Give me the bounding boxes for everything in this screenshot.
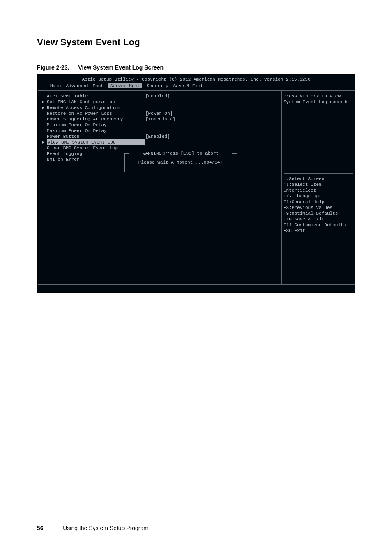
option-row[interactable]: Clear BMC System Event Log (40, 145, 279, 151)
popup-body: Please Wait A Moment ...004/047 (127, 160, 234, 165)
option-row[interactable]: Minimum Power On Delay- (40, 122, 279, 128)
svg-marker-1 (42, 107, 44, 109)
option-label: Remote Access Configuration (47, 105, 145, 111)
option-row[interactable]: Remote Access Configuration (40, 105, 279, 111)
submenu-caret-icon (40, 105, 46, 111)
option-row[interactable]: View BMC System Event Log (40, 139, 279, 145)
key-binding: +/-:Change Opt. (284, 193, 353, 199)
figure-caption: Figure 2-23. View System Event Log Scree… (37, 64, 355, 71)
bios-screenshot: Aptio Setup Utility - Copyright (C) 2012… (37, 74, 355, 293)
svg-marker-2 (42, 141, 44, 144)
page-footer: 56 | Using the System Setup Program (37, 525, 355, 531)
bios-context-help: Press <Enter> to view System Event Log r… (284, 93, 353, 172)
menu-tab-security[interactable]: Security (147, 83, 168, 88)
option-value: - (145, 128, 148, 134)
option-label: Power Staggering AC Recovery (47, 116, 145, 122)
key-binding: F10:Save & Exit (284, 216, 353, 222)
option-value: [Enabled] (145, 134, 170, 139)
key-binding: Enter:Select (284, 188, 353, 193)
bios-modal-popup: WARNING:Press [ESC] to abort Please Wait… (124, 153, 237, 172)
option-row[interactable]: Restore on AC Power Loss[Power On] (40, 111, 279, 116)
caret-placeholder (40, 151, 46, 157)
key-binding: ESC:Exit (284, 228, 353, 234)
option-row[interactable]: Power Staggering AC Recovery[Immediate] (40, 116, 279, 122)
bios-menu-bar: MainAdvancedBootServer MgmtSecuritySave … (41, 82, 351, 90)
option-label: Minimum Power On Delay (47, 122, 145, 128)
option-label: Restore on AC Power Loss (47, 111, 145, 116)
option-value: [Immediate] (145, 116, 175, 122)
option-value: [Power On] (145, 111, 173, 116)
bios-footer-strip (38, 285, 355, 292)
option-value: - (145, 122, 148, 128)
option-row[interactable]: Maximum Power On Delay- (40, 128, 279, 134)
bios-key-bindings: ↔:Select Screen↑↓:Select ItemEnter:Selec… (284, 176, 353, 234)
option-value: [Enabled] (145, 93, 170, 99)
option-row[interactable]: ACPI SPMI Table[Enabled] (40, 93, 279, 99)
menu-tab-save-exit[interactable]: Save & Exit (173, 83, 203, 88)
caret-placeholder (40, 157, 46, 162)
figure-number: Figure 2-23. (37, 64, 69, 71)
submenu-caret-icon (40, 139, 46, 145)
caret-placeholder (40, 116, 46, 122)
bios-options-pane: ACPI SPMI Table[Enabled]Set BMC LAN Conf… (38, 91, 281, 284)
option-label: View BMC System Event Log (47, 139, 145, 145)
option-label: Set BMC LAN Configuration (47, 99, 145, 105)
menu-tab-main[interactable]: Main (50, 83, 61, 88)
menu-tab-advanced[interactable]: Advanced (66, 83, 88, 88)
menu-tab-boot[interactable]: Boot (92, 83, 103, 88)
key-binding: ↔:Select Screen (284, 176, 353, 182)
popup-title: WARNING:Press [ESC] to abort (129, 151, 232, 156)
caret-placeholder (40, 93, 46, 99)
help-divider (284, 173, 353, 174)
chapter-title: Using the System Setup Program (63, 525, 148, 531)
option-row[interactable]: Power Button[Enabled] (40, 134, 279, 139)
option-label: Power Button (47, 134, 145, 139)
bios-title-bar: Aptio Setup Utility - Copyright (C) 2012… (41, 76, 351, 82)
key-binding: F9:Optimial Defaults (284, 211, 353, 216)
key-binding: F8:Previous Values (284, 205, 353, 211)
submenu-caret-icon (40, 99, 46, 105)
menu-tab-server-mgmt[interactable]: Server Mgmt (108, 83, 142, 88)
option-label: ACPI SPMI Table (47, 93, 145, 99)
svg-marker-0 (42, 101, 44, 103)
caret-placeholder (40, 145, 46, 151)
option-row[interactable]: Set BMC LAN Configuration (40, 99, 279, 105)
key-binding: F1:General Help (284, 199, 353, 205)
caret-placeholder (40, 122, 46, 128)
key-binding: ↑↓:Select Item (284, 182, 353, 188)
caret-placeholder (40, 111, 46, 116)
caret-placeholder (40, 134, 46, 139)
key-binding: F11:Customized Defaults (284, 222, 353, 228)
section-heading: View System Event Log (37, 37, 355, 48)
footer-divider: | (53, 525, 54, 531)
figure-title: View System Event Log Screen (78, 64, 164, 71)
option-label: Clear BMC System Event Log (47, 145, 145, 151)
bios-help-pane: Press <Enter> to view System Event Log r… (281, 91, 355, 284)
caret-placeholder (40, 128, 46, 134)
page-number: 56 (37, 525, 44, 531)
option-label: Maximum Power On Delay (47, 128, 145, 134)
